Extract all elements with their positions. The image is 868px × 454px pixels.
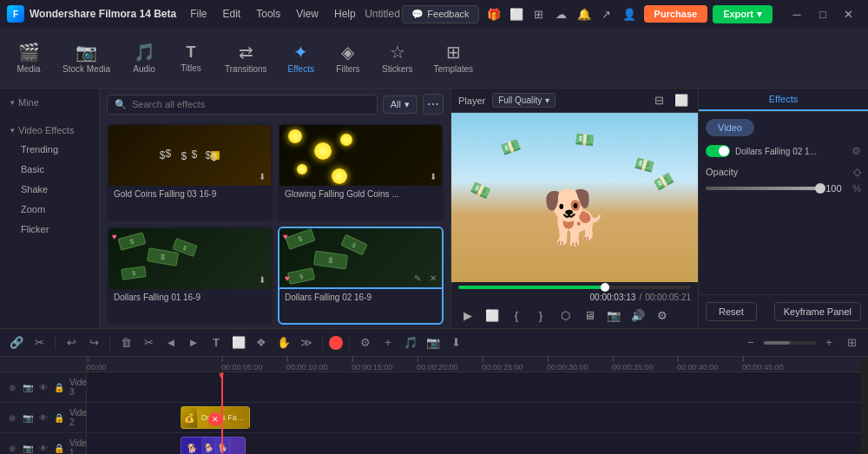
toolbar-stock-media[interactable]: 📷 Stock Media — [54, 36, 119, 79]
opacity-handle[interactable] — [815, 183, 825, 194]
tl-undo-button[interactable]: ↩ — [62, 333, 81, 352]
tl-fit-button[interactable]: ⊞ — [842, 333, 861, 352]
tl-zoom-out-button[interactable]: − — [741, 333, 760, 352]
menu-help[interactable]: Help — [327, 5, 363, 23]
timeline-tracks-right[interactable]: 00:00 00:00:05:00 00:00:10:00 00:00:15:0… — [87, 357, 861, 454]
split-icon[interactable]: ⬡ — [556, 306, 575, 325]
track-eye-icon-1[interactable]: 👁 — [36, 441, 50, 454]
menu-edit[interactable]: Edit — [216, 5, 248, 23]
bracket-right-icon[interactable]: } — [531, 306, 550, 325]
toolbar-templates[interactable]: ⊞ Templates — [425, 36, 483, 79]
volume-icon[interactable]: 🔊 — [628, 306, 648, 325]
toolbar-stickers[interactable]: ☆ Stickers — [373, 36, 422, 79]
menu-file[interactable]: File — [183, 5, 214, 23]
progress-handle[interactable] — [601, 283, 609, 292]
tl-more-button[interactable]: ≫ — [297, 333, 316, 352]
monitor-icon[interactable]: ⬜ — [507, 4, 526, 23]
settings-icon[interactable]: ⚙ — [653, 306, 672, 325]
track-camera-icon-2[interactable]: 📷 — [21, 411, 35, 424]
track-lock-icon-3[interactable]: 🔒 — [52, 380, 66, 394]
toolbar-titles[interactable]: T Titles — [169, 38, 213, 78]
track-eye-icon-2[interactable]: 👁 — [36, 411, 50, 424]
fullscreen-button[interactable]: ⬜ — [483, 306, 502, 325]
tl-delete-button[interactable]: 🗑 — [116, 333, 135, 352]
effect-item-dollars-02[interactable]: ♥ $ $ $ $ ♥ ✎ ✕ Dollars Falling 02 16-9 — [278, 227, 444, 325]
screen-icon[interactable]: 🖥 — [580, 306, 599, 325]
opacity-diamond-icon[interactable]: ◇ — [853, 166, 861, 178]
track-add-icon-1[interactable]: ⊕ — [5, 441, 19, 454]
tl-screen-record-button[interactable]: 📷 — [424, 333, 443, 352]
toolbar-filters[interactable]: ◈ Filters — [326, 36, 370, 79]
toolbar-media[interactable]: 🎬 Media — [7, 36, 50, 79]
tab-effects[interactable]: Effects — [699, 89, 868, 111]
tl-ripple-button[interactable]: ✂ — [30, 333, 49, 352]
keyframe-panel-button[interactable]: Keyframe Panel — [774, 302, 861, 321]
tl-crop-button[interactable]: ⬜ — [229, 333, 248, 352]
tl-zoom-in-button[interactable]: + — [819, 333, 838, 352]
tl-redo-button[interactable]: ↪ — [84, 333, 103, 352]
search-box[interactable]: 🔍 — [107, 95, 378, 115]
timeline-scrollbar[interactable] — [861, 357, 868, 454]
tl-prev-frame-button[interactable]: ◄ — [161, 333, 181, 352]
effect-item-dollars-01[interactable]: ♥ $ $ $ $ ⬇ Dollars Falling 01 16-9 — [107, 227, 273, 325]
menu-tools[interactable]: Tools — [249, 5, 287, 23]
track-add-icon-3[interactable]: ⊕ — [5, 380, 19, 394]
play-button[interactable]: ▶ — [458, 306, 477, 325]
sidebar-item-basic[interactable]: Basic — [3, 160, 95, 179]
opacity-slider[interactable] — [706, 187, 820, 190]
maximize-button[interactable]: □ — [811, 4, 835, 23]
tl-add-button[interactable]: + — [378, 333, 398, 352]
quality-selector[interactable]: Full Quality ▾ — [492, 93, 556, 108]
tl-audio-button[interactable]: 🎵 — [401, 333, 420, 352]
close-button[interactable]: ✕ — [837, 4, 861, 23]
sidebar-item-shake[interactable]: Shake — [3, 180, 95, 199]
effect-toggle[interactable] — [706, 145, 730, 157]
menu-view[interactable]: View — [289, 5, 326, 23]
tl-magnet-button[interactable]: 🔗 — [7, 333, 26, 352]
track-lock-icon-2[interactable]: 🔒 — [52, 411, 66, 424]
player-crop-icon[interactable]: ⬜ — [672, 91, 691, 110]
sidebar-section-mine-header[interactable]: ▾ Mine — [0, 94, 99, 111]
tl-settings-button[interactable]: ⚙ — [356, 333, 375, 352]
track-camera-icon-3[interactable]: 📷 — [21, 380, 35, 394]
track-eye-icon-3[interactable]: 👁 — [36, 380, 50, 394]
clip-delete-button[interactable]: ✕ — [208, 412, 222, 426]
tl-mask-button[interactable]: ❖ — [252, 333, 271, 352]
toolbar-effects[interactable]: ✦ Effects — [279, 36, 323, 79]
filter-all-button[interactable]: All ▾ — [383, 95, 418, 114]
sidebar-item-flicker[interactable]: Flicker — [3, 220, 95, 239]
tl-text-button[interactable]: T — [207, 333, 226, 352]
toolbar-audio[interactable]: 🎵 Audio — [122, 36, 166, 79]
tl-zoom-slider[interactable] — [764, 341, 816, 345]
effect-item-gold-coins-03[interactable]: $ $ $ $ $ $ ⬇ Gold Coins Falling 03 16-9 — [107, 123, 273, 221]
effect-settings-icon[interactable]: ⚙ — [852, 145, 861, 157]
more-options-button[interactable]: ⋯ — [423, 94, 444, 115]
progress-bar[interactable] — [458, 286, 691, 289]
tl-next-frame-button[interactable]: ► — [184, 333, 203, 352]
video-tab-button[interactable]: Video — [706, 119, 754, 136]
sidebar-section-video-header[interactable]: ▾ Video Effects — [0, 122, 99, 139]
reset-button[interactable]: Reset — [706, 302, 757, 321]
player-split-icon[interactable]: ⊟ — [649, 91, 668, 110]
tl-pan-button[interactable]: ✋ — [274, 333, 293, 352]
share-icon[interactable]: ↗ — [597, 4, 616, 23]
clip-video1-main[interactable]: 🐕 🐕 🐕 — [181, 437, 246, 454]
track-add-icon-2[interactable]: ⊕ — [5, 411, 19, 424]
bracket-left-icon[interactable]: { — [507, 306, 526, 325]
tl-import-button[interactable]: ⬇ — [446, 333, 465, 352]
sidebar-item-zoom[interactable]: Zoom — [3, 200, 95, 219]
bell-icon[interactable]: 🔔 — [575, 4, 594, 23]
gift-icon[interactable]: 🎁 — [484, 4, 503, 23]
user-icon[interactable]: 👤 — [620, 4, 639, 23]
tl-cut-button[interactable]: ✂ — [139, 333, 158, 352]
clip-dollars-falling[interactable]: 💰 Dollars Falling ... ✕ — [181, 406, 250, 429]
snapshot-icon[interactable]: 📷 — [604, 306, 623, 325]
export-button[interactable]: Export ▾ — [713, 5, 773, 23]
tl-record-button[interactable] — [329, 336, 343, 350]
grid-icon[interactable]: ⊞ — [529, 4, 549, 23]
toolbar-transitions[interactable]: ⇄ Transitions — [216, 36, 276, 79]
effect-item-glowing-gold[interactable]: ⬇ Glowing Falling Gold Coins ... — [278, 123, 444, 221]
cloud-icon[interactable]: ☁ — [552, 4, 571, 23]
search-input[interactable] — [132, 99, 370, 109]
sidebar-item-trending[interactable]: Trending — [3, 140, 95, 159]
